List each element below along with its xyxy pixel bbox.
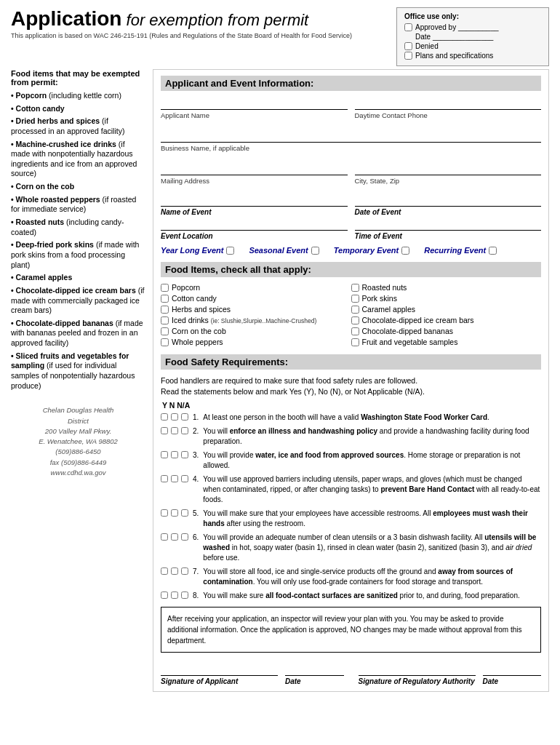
safety-5-y[interactable] (161, 509, 168, 517)
list-item: Cotton candy (11, 104, 145, 114)
recurring-checkbox[interactable] (489, 247, 497, 255)
authority-sig-label: Signature of Regulatory Authority (359, 677, 476, 685)
applicant-name-group: Applicant Name (161, 97, 348, 119)
safety-checkboxes-1 (161, 413, 188, 421)
safety-text-1: At least one person in the booth will ha… (203, 413, 541, 423)
caramel-apples-checkbox[interactable] (351, 306, 359, 314)
item-bold: Chocolate-dipped ice cream bars (16, 286, 136, 295)
list-item: Chocolate-dipped ice cream bars (if made… (11, 286, 145, 316)
food-item: Herbs and spices (161, 305, 351, 314)
choc-ice-cream-label: Chocolate-dipped ice cream bars (362, 316, 474, 324)
safety-4-n[interactable] (171, 475, 178, 482)
time-of-event-label: Time of Event (355, 232, 542, 240)
page-container: Application for exemption from permit Th… (11, 7, 549, 692)
safety-8-y[interactable] (161, 591, 168, 599)
safety-item-7: 7. You will store all food, ice and sing… (161, 567, 541, 587)
corn-cob-checkbox[interactable] (161, 327, 169, 335)
iced-drinks-label: Iced drinks (ie: Slushie,Slurpie..Machin… (172, 316, 316, 324)
food-item: Pork skins (351, 294, 542, 303)
list-item: Dried herbs and spices (if processed in … (11, 116, 145, 136)
list-item: Chocolate-dipped bananas (if made with b… (11, 319, 145, 348)
safety-4-na[interactable] (181, 475, 188, 482)
office-title: Office use only: (404, 12, 541, 20)
safety-num-4: 4. (193, 474, 199, 485)
cotton-candy-checkbox[interactable] (161, 295, 169, 303)
safety-8-na[interactable] (181, 591, 188, 599)
safety-3-n[interactable] (171, 451, 178, 458)
location-time-row: Event Location Time of Event (161, 219, 541, 240)
authority-sig-line (359, 661, 476, 676)
safety-1-n[interactable] (171, 413, 178, 421)
fruit-veg-checkbox[interactable] (351, 338, 359, 346)
date-of-event-line (355, 195, 542, 207)
safety-1-na[interactable] (181, 413, 188, 421)
safety-text-2: You will enforce an illness and handwash… (203, 426, 541, 447)
safety-6-n[interactable] (171, 533, 178, 541)
safety-6-y[interactable] (161, 533, 168, 541)
city-state-zip-group: City, State, Zip (355, 162, 542, 185)
cotton-candy-label: Cotton candy (172, 294, 217, 303)
safety-text-4: You will use approved barriers including… (203, 474, 541, 505)
denied-label: Denied (415, 42, 439, 50)
item-bold: Roasted nuts (16, 218, 65, 226)
year-long-checkbox[interactable] (226, 247, 234, 255)
safety-1-y[interactable] (161, 413, 168, 421)
food-item: Chocolate-dipped bananas (351, 327, 542, 335)
date-row: Date _______________ (404, 33, 541, 41)
safety-3-na[interactable] (181, 451, 188, 458)
food-item: Caramel apples (351, 305, 542, 314)
approved-row: Approved by __________ (404, 23, 541, 31)
safety-2-y[interactable] (161, 427, 168, 434)
safety-num-8: 8. (193, 591, 199, 601)
safety-2-n[interactable] (171, 427, 178, 434)
safety-8-n[interactable] (171, 591, 178, 599)
recurring-label: Recurring Event (424, 246, 486, 255)
whole-peppers-checkbox[interactable] (161, 338, 169, 346)
roasted-nuts-label: Roasted nuts (362, 283, 407, 292)
safety-7-y[interactable] (161, 567, 168, 575)
city-state-zip-line (355, 162, 542, 175)
event-location-label: Event Location (161, 232, 348, 240)
herbs-spices-checkbox[interactable] (161, 306, 169, 314)
safety-2-na[interactable] (181, 427, 188, 434)
applicant-sig-label: Signature of Applicant (161, 677, 278, 685)
page-title: Application for exemption from permit (11, 7, 308, 30)
safety-7-n[interactable] (171, 567, 178, 575)
safety-6-na[interactable] (181, 533, 188, 541)
applicant-section-header: Applicant and Event Information: (161, 76, 541, 91)
safety-5-n[interactable] (171, 509, 178, 517)
safety-checkboxes-6 (161, 533, 188, 541)
safety-7-na[interactable] (181, 567, 188, 575)
authority-date-label: Date (483, 677, 542, 685)
fruit-veg-label: Fruit and vegetable samples (362, 338, 458, 346)
left-sidebar: Food items that may be exempted from per… (11, 69, 153, 692)
recurring-event-item: Recurring Event (424, 246, 497, 255)
list-item: Popcorn (including kettle corn) (11, 91, 145, 101)
event-type-row: Year Long Event Seasonal Event Temporary… (161, 246, 541, 255)
yna-header: Y N N/A (162, 401, 190, 410)
roasted-nuts-checkbox[interactable] (351, 284, 359, 292)
choc-ice-cream-checkbox[interactable] (351, 316, 359, 324)
safety-intro1: Food handlers are required to make sure … (161, 375, 541, 397)
business-name-row: Business Name, if applicable (161, 130, 541, 152)
plans-checkbox[interactable] (404, 52, 412, 60)
iced-drinks-checkbox[interactable] (161, 316, 169, 324)
food-item: Corn on the cob (161, 327, 351, 335)
event-location-line (161, 219, 348, 231)
sidebar-footer: Chelan Douglas Health District 200 Valle… (11, 405, 145, 478)
popcorn-checkbox[interactable] (161, 284, 169, 292)
safety-num-5: 5. (193, 509, 199, 519)
temporary-checkbox[interactable] (401, 247, 409, 255)
safety-3-y[interactable] (161, 451, 168, 458)
safety-4-y[interactable] (161, 475, 168, 482)
seasonal-checkbox[interactable] (311, 247, 319, 255)
footer-line: www.cdhd.wa.gov (11, 468, 145, 478)
safety-text-5: You will make sure that your employees h… (203, 509, 541, 529)
denied-checkbox[interactable] (404, 42, 412, 50)
pork-skins-checkbox[interactable] (351, 295, 359, 303)
safety-5-na[interactable] (181, 509, 188, 517)
seasonal-label: Seasonal Event (249, 246, 308, 255)
choc-bananas-checkbox[interactable] (351, 327, 359, 335)
event-location-field: Event Location (161, 219, 348, 240)
approved-checkbox[interactable] (404, 23, 412, 31)
